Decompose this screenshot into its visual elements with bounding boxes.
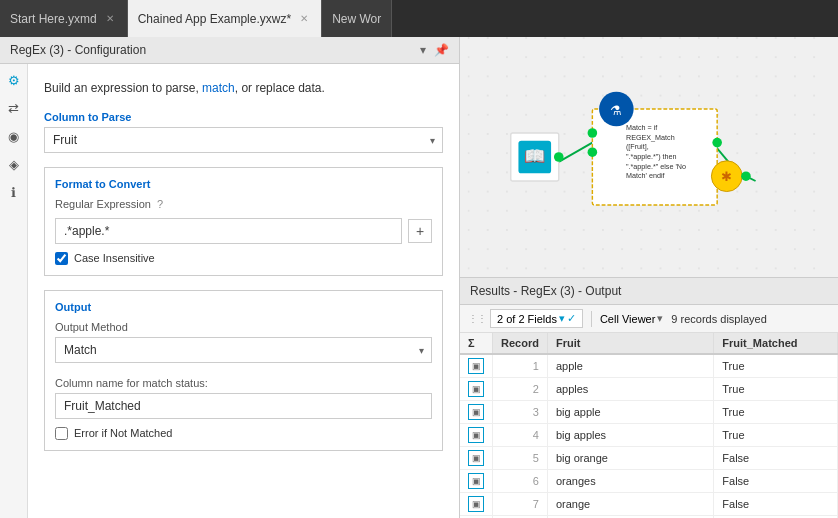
cell-viewer-arrow: ▾ xyxy=(657,312,663,325)
case-insensitive-checkbox[interactable] xyxy=(55,252,68,265)
match-link[interactable]: match xyxy=(202,81,235,95)
tab-new[interactable]: New Wor xyxy=(322,0,392,37)
svg-point-19 xyxy=(588,128,598,138)
row-icon-cell: ▣ xyxy=(460,401,493,424)
add-regex-button[interactable]: + xyxy=(408,219,432,243)
record-icon[interactable]: ▣ xyxy=(468,381,484,397)
svg-rect-10 xyxy=(592,109,717,205)
records-count: 9 records displayed xyxy=(671,313,766,325)
results-table: Σ Record Fruit Fruit_Matched ▣ 1 apple T… xyxy=(460,333,838,518)
record-icon[interactable]: ▣ xyxy=(468,427,484,443)
svg-rect-1 xyxy=(468,37,831,277)
output-method-select[interactable]: Match xyxy=(55,337,432,363)
regex-help-icon[interactable]: ? xyxy=(157,198,163,210)
sidebar-tag-icon[interactable]: ◈ xyxy=(4,154,24,174)
row-fruit: big orange xyxy=(547,447,713,470)
row-number: 3 xyxy=(493,401,548,424)
fields-selector[interactable]: 2 of 2 Fields ▾ ✓ xyxy=(490,309,583,328)
results-panel: Results - RegEx (3) - Output ⋮⋮ 2 of 2 F… xyxy=(460,277,838,518)
row-number: 5 xyxy=(493,447,548,470)
row-matched: True xyxy=(714,401,838,424)
toolbar-grip-icon: ⋮⋮ xyxy=(468,313,486,324)
table-row: ▣ 4 big apples True xyxy=(460,424,838,447)
config-description: Build an expression to parse, match, or … xyxy=(44,80,443,97)
row-icon-cell: ▣ xyxy=(460,354,493,378)
svg-text:✱: ✱ xyxy=(721,169,732,184)
row-icon-cell: ▣ xyxy=(460,424,493,447)
row-matched: False xyxy=(714,493,838,516)
row-number: 4 xyxy=(493,424,548,447)
record-icon[interactable]: ▣ xyxy=(468,404,484,420)
sidebar-gear-icon[interactable]: ⚙ xyxy=(4,70,24,90)
fields-check-icon: ▾ xyxy=(559,312,565,325)
record-icon[interactable]: ▣ xyxy=(468,450,484,466)
svg-text:⚗: ⚗ xyxy=(610,103,622,118)
col-name-input[interactable] xyxy=(55,393,432,419)
table-row: ▣ 1 apple True xyxy=(460,354,838,378)
canvas-svg: 📖 ⚗ Match = if REGEX_Match ([Fruit], ".*… xyxy=(460,37,838,277)
col-fruit-matched-header: Fruit_Matched xyxy=(714,333,838,354)
row-number: 7 xyxy=(493,493,548,516)
column-to-parse-label: Column to Parse xyxy=(44,111,443,123)
row-icon-cell: ▣ xyxy=(460,447,493,470)
record-icon[interactable]: ▣ xyxy=(468,358,484,374)
case-insensitive-row: Case Insensitive xyxy=(55,252,432,265)
tab-chained-label: Chained App Example.yxwz* xyxy=(138,12,291,26)
main-area: RegEx (3) - Configuration ▾ 📌 ⚙ ⇄ ◉ ◈ ℹ … xyxy=(0,37,838,518)
col-fruit-header: Fruit xyxy=(547,333,713,354)
error-if-not-matched-checkbox[interactable] xyxy=(55,427,68,440)
row-fruit: big apple xyxy=(547,401,713,424)
row-number: 6 xyxy=(493,470,548,493)
regex-input-row: + xyxy=(55,218,432,244)
svg-line-3 xyxy=(712,143,736,172)
col-record-header: Record xyxy=(493,333,548,354)
panel-header: RegEx (3) - Configuration ▾ 📌 xyxy=(0,37,459,64)
svg-line-2 xyxy=(559,143,593,162)
svg-text:Match = if: Match = if xyxy=(626,123,657,132)
tab-start[interactable]: Start Here.yxmd ✕ xyxy=(0,0,128,37)
sidebar-arrows-icon[interactable]: ⇄ xyxy=(4,98,24,118)
svg-text:REGEX_Match: REGEX_Match xyxy=(626,133,675,142)
panel-chevron-icon[interactable]: ▾ xyxy=(420,43,426,57)
column-to-parse-select[interactable]: Fruit xyxy=(44,127,443,153)
panel-pin-icon[interactable]: 📌 xyxy=(434,43,449,57)
sidebar-globe-icon[interactable]: ◉ xyxy=(4,126,24,146)
sidebar-info-icon[interactable]: ℹ xyxy=(4,182,24,202)
svg-point-9 xyxy=(554,152,564,162)
fields-check-mark: ✓ xyxy=(567,312,576,325)
tab-chained-close[interactable]: ✕ xyxy=(297,12,311,26)
left-panel: RegEx (3) - Configuration ▾ 📌 ⚙ ⇄ ◉ ◈ ℹ … xyxy=(0,37,460,518)
svg-text:Match' endif: Match' endif xyxy=(626,171,665,180)
row-icon-cell: ▣ xyxy=(460,470,493,493)
row-fruit: big apples xyxy=(547,424,713,447)
svg-rect-6 xyxy=(511,133,559,181)
record-icon[interactable]: ▣ xyxy=(468,496,484,512)
row-matched: True xyxy=(714,378,838,401)
svg-point-22 xyxy=(711,161,742,192)
tab-chained[interactable]: Chained App Example.yxwz* ✕ xyxy=(128,0,322,37)
svg-point-24 xyxy=(741,171,751,181)
panel-header-icons: ▾ 📌 xyxy=(420,43,449,57)
svg-text:([Fruit],: ([Fruit], xyxy=(626,142,649,151)
sigma-icon: Σ xyxy=(468,337,475,349)
svg-text:".*apple.*" else 'No: ".*apple.*" else 'No xyxy=(626,162,686,171)
config-content: Build an expression to parse, match, or … xyxy=(28,64,459,518)
case-insensitive-label: Case Insensitive xyxy=(74,252,155,264)
right-panel: 📖 ⚗ Match = if REGEX_Match ([Fruit], ".*… xyxy=(460,37,838,518)
error-if-not-matched-label: Error if Not Matched xyxy=(74,427,172,439)
regex-label: Regular Expression xyxy=(55,198,151,210)
output-method-wrapper: Match ▾ xyxy=(55,337,432,363)
toolbar-separator xyxy=(591,311,592,327)
fields-count-label: 2 of 2 Fields xyxy=(497,313,557,325)
tab-bar: Start Here.yxmd ✕ Chained App Example.yx… xyxy=(0,0,838,37)
svg-text:📖: 📖 xyxy=(524,145,546,167)
output-method-label: Output Method xyxy=(55,321,432,333)
regex-input[interactable] xyxy=(55,218,402,244)
record-icon[interactable]: ▣ xyxy=(468,473,484,489)
svg-line-5 xyxy=(712,162,736,186)
regex-row: Regular Expression ? xyxy=(55,198,432,210)
row-number: 2 xyxy=(493,378,548,401)
tab-start-close[interactable]: ✕ xyxy=(103,12,117,26)
table-row: ▣ 2 apples True xyxy=(460,378,838,401)
cell-viewer-selector[interactable]: Cell Viewer ▾ xyxy=(600,312,663,325)
